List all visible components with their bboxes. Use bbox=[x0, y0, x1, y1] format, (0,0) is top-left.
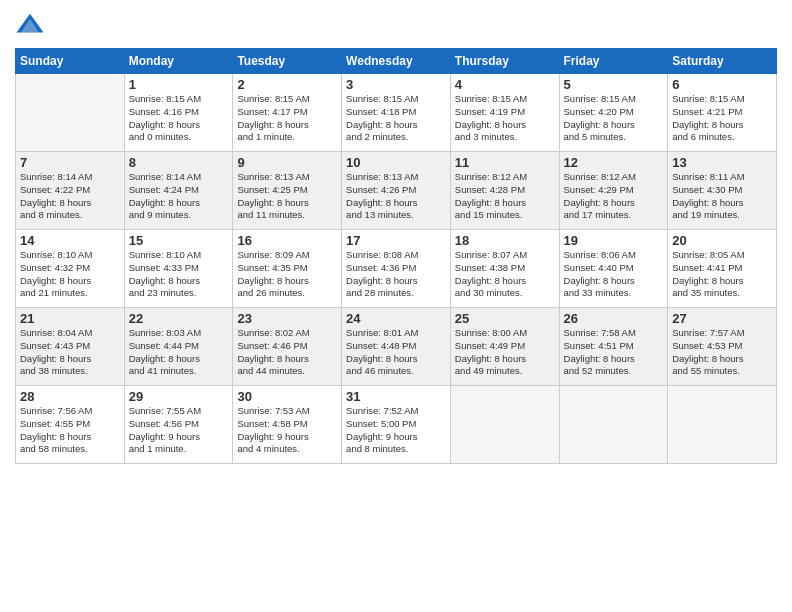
table-cell: 30Sunrise: 7:53 AMSunset: 4:58 PMDayligh… bbox=[233, 386, 342, 464]
col-sunday: Sunday bbox=[16, 49, 125, 74]
table-cell: 4Sunrise: 8:15 AMSunset: 4:19 PMDaylight… bbox=[450, 74, 559, 152]
day-info: Sunrise: 8:06 AMSunset: 4:40 PMDaylight:… bbox=[564, 249, 664, 300]
day-number: 19 bbox=[564, 233, 664, 248]
table-cell: 12Sunrise: 8:12 AMSunset: 4:29 PMDayligh… bbox=[559, 152, 668, 230]
day-number: 9 bbox=[237, 155, 337, 170]
table-cell bbox=[16, 74, 125, 152]
table-cell bbox=[450, 386, 559, 464]
col-saturday: Saturday bbox=[668, 49, 777, 74]
table-cell: 21Sunrise: 8:04 AMSunset: 4:43 PMDayligh… bbox=[16, 308, 125, 386]
calendar-row: 14Sunrise: 8:10 AMSunset: 4:32 PMDayligh… bbox=[16, 230, 777, 308]
table-cell: 14Sunrise: 8:10 AMSunset: 4:32 PMDayligh… bbox=[16, 230, 125, 308]
col-tuesday: Tuesday bbox=[233, 49, 342, 74]
day-info: Sunrise: 7:52 AMSunset: 5:00 PMDaylight:… bbox=[346, 405, 446, 456]
table-cell: 17Sunrise: 8:08 AMSunset: 4:36 PMDayligh… bbox=[342, 230, 451, 308]
day-number: 1 bbox=[129, 77, 229, 92]
day-info: Sunrise: 8:08 AMSunset: 4:36 PMDaylight:… bbox=[346, 249, 446, 300]
day-number: 22 bbox=[129, 311, 229, 326]
day-info: Sunrise: 8:15 AMSunset: 4:19 PMDaylight:… bbox=[455, 93, 555, 144]
day-number: 4 bbox=[455, 77, 555, 92]
table-cell: 18Sunrise: 8:07 AMSunset: 4:38 PMDayligh… bbox=[450, 230, 559, 308]
table-cell bbox=[559, 386, 668, 464]
day-number: 26 bbox=[564, 311, 664, 326]
table-cell: 3Sunrise: 8:15 AMSunset: 4:18 PMDaylight… bbox=[342, 74, 451, 152]
day-number: 3 bbox=[346, 77, 446, 92]
day-number: 14 bbox=[20, 233, 120, 248]
day-number: 27 bbox=[672, 311, 772, 326]
table-cell: 9Sunrise: 8:13 AMSunset: 4:25 PMDaylight… bbox=[233, 152, 342, 230]
day-info: Sunrise: 8:15 AMSunset: 4:18 PMDaylight:… bbox=[346, 93, 446, 144]
day-number: 11 bbox=[455, 155, 555, 170]
day-info: Sunrise: 8:04 AMSunset: 4:43 PMDaylight:… bbox=[20, 327, 120, 378]
day-info: Sunrise: 7:56 AMSunset: 4:55 PMDaylight:… bbox=[20, 405, 120, 456]
day-number: 23 bbox=[237, 311, 337, 326]
day-number: 16 bbox=[237, 233, 337, 248]
table-cell: 19Sunrise: 8:06 AMSunset: 4:40 PMDayligh… bbox=[559, 230, 668, 308]
table-cell: 5Sunrise: 8:15 AMSunset: 4:20 PMDaylight… bbox=[559, 74, 668, 152]
day-info: Sunrise: 8:05 AMSunset: 4:41 PMDaylight:… bbox=[672, 249, 772, 300]
day-number: 28 bbox=[20, 389, 120, 404]
calendar-page: Sunday Monday Tuesday Wednesday Thursday… bbox=[0, 0, 792, 612]
day-info: Sunrise: 7:58 AMSunset: 4:51 PMDaylight:… bbox=[564, 327, 664, 378]
day-info: Sunrise: 8:15 AMSunset: 4:21 PMDaylight:… bbox=[672, 93, 772, 144]
day-info: Sunrise: 8:02 AMSunset: 4:46 PMDaylight:… bbox=[237, 327, 337, 378]
table-cell: 11Sunrise: 8:12 AMSunset: 4:28 PMDayligh… bbox=[450, 152, 559, 230]
day-info: Sunrise: 8:15 AMSunset: 4:17 PMDaylight:… bbox=[237, 93, 337, 144]
table-cell: 10Sunrise: 8:13 AMSunset: 4:26 PMDayligh… bbox=[342, 152, 451, 230]
day-info: Sunrise: 8:10 AMSunset: 4:32 PMDaylight:… bbox=[20, 249, 120, 300]
table-cell: 29Sunrise: 7:55 AMSunset: 4:56 PMDayligh… bbox=[124, 386, 233, 464]
day-number: 5 bbox=[564, 77, 664, 92]
day-number: 2 bbox=[237, 77, 337, 92]
table-cell: 20Sunrise: 8:05 AMSunset: 4:41 PMDayligh… bbox=[668, 230, 777, 308]
day-info: Sunrise: 8:12 AMSunset: 4:29 PMDaylight:… bbox=[564, 171, 664, 222]
day-number: 10 bbox=[346, 155, 446, 170]
table-cell: 28Sunrise: 7:56 AMSunset: 4:55 PMDayligh… bbox=[16, 386, 125, 464]
col-friday: Friday bbox=[559, 49, 668, 74]
day-number: 20 bbox=[672, 233, 772, 248]
day-info: Sunrise: 8:10 AMSunset: 4:33 PMDaylight:… bbox=[129, 249, 229, 300]
day-info: Sunrise: 8:15 AMSunset: 4:20 PMDaylight:… bbox=[564, 93, 664, 144]
day-number: 25 bbox=[455, 311, 555, 326]
table-cell: 8Sunrise: 8:14 AMSunset: 4:24 PMDaylight… bbox=[124, 152, 233, 230]
table-cell: 26Sunrise: 7:58 AMSunset: 4:51 PMDayligh… bbox=[559, 308, 668, 386]
table-cell: 27Sunrise: 7:57 AMSunset: 4:53 PMDayligh… bbox=[668, 308, 777, 386]
calendar-row: 7Sunrise: 8:14 AMSunset: 4:22 PMDaylight… bbox=[16, 152, 777, 230]
table-cell: 7Sunrise: 8:14 AMSunset: 4:22 PMDaylight… bbox=[16, 152, 125, 230]
day-info: Sunrise: 8:09 AMSunset: 4:35 PMDaylight:… bbox=[237, 249, 337, 300]
day-info: Sunrise: 8:11 AMSunset: 4:30 PMDaylight:… bbox=[672, 171, 772, 222]
day-info: Sunrise: 8:15 AMSunset: 4:16 PMDaylight:… bbox=[129, 93, 229, 144]
table-cell: 16Sunrise: 8:09 AMSunset: 4:35 PMDayligh… bbox=[233, 230, 342, 308]
day-info: Sunrise: 8:14 AMSunset: 4:24 PMDaylight:… bbox=[129, 171, 229, 222]
table-cell: 15Sunrise: 8:10 AMSunset: 4:33 PMDayligh… bbox=[124, 230, 233, 308]
day-number: 12 bbox=[564, 155, 664, 170]
day-number: 17 bbox=[346, 233, 446, 248]
day-number: 13 bbox=[672, 155, 772, 170]
day-info: Sunrise: 7:55 AMSunset: 4:56 PMDaylight:… bbox=[129, 405, 229, 456]
logo bbox=[15, 10, 47, 40]
col-monday: Monday bbox=[124, 49, 233, 74]
day-info: Sunrise: 7:53 AMSunset: 4:58 PMDaylight:… bbox=[237, 405, 337, 456]
table-cell: 1Sunrise: 8:15 AMSunset: 4:16 PMDaylight… bbox=[124, 74, 233, 152]
day-info: Sunrise: 8:00 AMSunset: 4:49 PMDaylight:… bbox=[455, 327, 555, 378]
day-number: 30 bbox=[237, 389, 337, 404]
day-info: Sunrise: 8:14 AMSunset: 4:22 PMDaylight:… bbox=[20, 171, 120, 222]
day-info: Sunrise: 8:13 AMSunset: 4:26 PMDaylight:… bbox=[346, 171, 446, 222]
day-number: 6 bbox=[672, 77, 772, 92]
day-number: 21 bbox=[20, 311, 120, 326]
table-cell bbox=[668, 386, 777, 464]
calendar-table: Sunday Monday Tuesday Wednesday Thursday… bbox=[15, 48, 777, 464]
day-number: 24 bbox=[346, 311, 446, 326]
table-cell: 31Sunrise: 7:52 AMSunset: 5:00 PMDayligh… bbox=[342, 386, 451, 464]
table-cell: 24Sunrise: 8:01 AMSunset: 4:48 PMDayligh… bbox=[342, 308, 451, 386]
day-info: Sunrise: 8:12 AMSunset: 4:28 PMDaylight:… bbox=[455, 171, 555, 222]
day-info: Sunrise: 8:13 AMSunset: 4:25 PMDaylight:… bbox=[237, 171, 337, 222]
calendar-row: 28Sunrise: 7:56 AMSunset: 4:55 PMDayligh… bbox=[16, 386, 777, 464]
day-info: Sunrise: 8:03 AMSunset: 4:44 PMDaylight:… bbox=[129, 327, 229, 378]
day-info: Sunrise: 8:01 AMSunset: 4:48 PMDaylight:… bbox=[346, 327, 446, 378]
logo-icon bbox=[15, 10, 45, 40]
calendar-row: 1Sunrise: 8:15 AMSunset: 4:16 PMDaylight… bbox=[16, 74, 777, 152]
table-cell: 22Sunrise: 8:03 AMSunset: 4:44 PMDayligh… bbox=[124, 308, 233, 386]
day-number: 29 bbox=[129, 389, 229, 404]
day-info: Sunrise: 7:57 AMSunset: 4:53 PMDaylight:… bbox=[672, 327, 772, 378]
table-cell: 6Sunrise: 8:15 AMSunset: 4:21 PMDaylight… bbox=[668, 74, 777, 152]
